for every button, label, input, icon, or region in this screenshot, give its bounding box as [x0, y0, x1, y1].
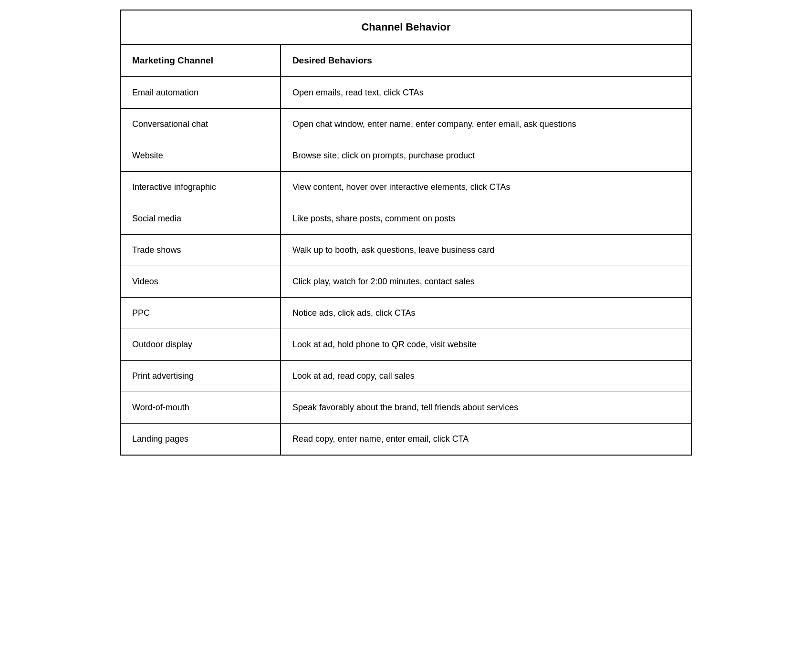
- table-row: Email automationOpen emails, read text, …: [121, 77, 691, 109]
- channel-cell: Print advertising: [121, 361, 281, 392]
- behaviors-cell: Notice ads, click ads, click CTAs: [281, 298, 691, 329]
- behaviors-cell: Walk up to booth, ask questions, leave b…: [281, 235, 691, 266]
- channel-cell: Interactive infographic: [121, 172, 281, 203]
- table-row: Conversational chatOpen chat window, ent…: [121, 109, 691, 140]
- table-row: PPCNotice ads, click ads, click CTAs: [121, 298, 691, 329]
- channel-cell: Word-of-mouth: [121, 392, 281, 424]
- channel-cell: Website: [121, 140, 281, 172]
- behaviors-cell: Open emails, read text, click CTAs: [281, 77, 691, 109]
- table-row: Interactive infographicView content, hov…: [121, 172, 691, 203]
- behaviors-cell: Look at ad, read copy, call sales: [281, 361, 691, 392]
- table-row: Landing pagesRead copy, enter name, ente…: [121, 424, 691, 455]
- channel-behavior-table: Channel Behavior Marketing Channel Desir…: [120, 10, 692, 456]
- behaviors-cell: Click play, watch for 2:00 minutes, cont…: [281, 266, 691, 298]
- behaviors-cell: Speak favorably about the brand, tell fr…: [281, 392, 691, 424]
- table-row: VideosClick play, watch for 2:00 minutes…: [121, 266, 691, 298]
- behaviors-cell: Open chat window, enter name, enter comp…: [281, 109, 691, 140]
- channel-cell: Conversational chat: [121, 109, 281, 140]
- channel-cell: Videos: [121, 266, 281, 298]
- channel-cell: Trade shows: [121, 235, 281, 266]
- behaviors-cell: Browse site, click on prompts, purchase …: [281, 140, 691, 172]
- table-row: Trade showsWalk up to booth, ask questio…: [121, 235, 691, 266]
- col-header-behaviors: Desired Behaviors: [281, 45, 691, 77]
- behaviors-cell: View content, hover over interactive ele…: [281, 172, 691, 203]
- behaviors-cell: Look at ad, hold phone to QR code, visit…: [281, 329, 691, 361]
- channel-cell: Landing pages: [121, 424, 281, 455]
- table-row: Social mediaLike posts, share posts, com…: [121, 203, 691, 235]
- table-row: Print advertisingLook at ad, read copy, …: [121, 361, 691, 392]
- table-header-row: Marketing Channel Desired Behaviors: [121, 45, 691, 77]
- col-header-channel: Marketing Channel: [121, 45, 281, 77]
- channel-cell: PPC: [121, 298, 281, 329]
- channel-cell: Social media: [121, 203, 281, 235]
- table-row: Outdoor displayLook at ad, hold phone to…: [121, 329, 691, 361]
- behaviors-cell: Like posts, share posts, comment on post…: [281, 203, 691, 235]
- table-title: Channel Behavior: [121, 10, 691, 45]
- table-row: Word-of-mouthSpeak favorably about the b…: [121, 392, 691, 424]
- table-row: WebsiteBrowse site, click on prompts, pu…: [121, 140, 691, 172]
- behaviors-cell: Read copy, enter name, enter email, clic…: [281, 424, 691, 455]
- channel-cell: Email automation: [121, 77, 281, 109]
- channel-cell: Outdoor display: [121, 329, 281, 361]
